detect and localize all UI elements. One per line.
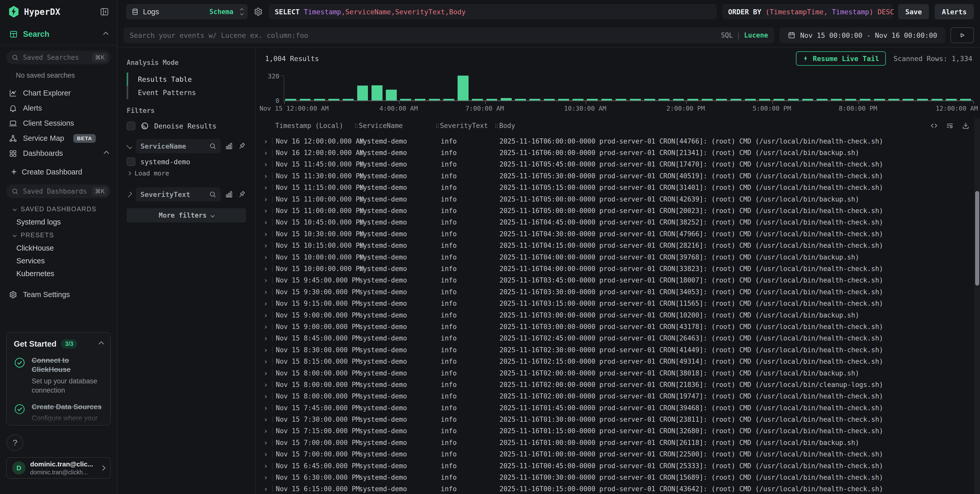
event-search-input[interactable]: Search your events w/ Lucene ex. column:… bbox=[124, 27, 774, 43]
sidebar-item-dashboards[interactable]: Dashboards bbox=[0, 146, 117, 161]
denoise-results-toggle[interactable]: Denoise Results bbox=[127, 121, 246, 130]
facet-chart-icon[interactable] bbox=[225, 142, 233, 150]
drag-handle-icon[interactable] bbox=[436, 124, 437, 124]
expand-row-icon[interactable]: › bbox=[264, 311, 272, 320]
table-row[interactable]: › Nov 15 7:45:00.000 PM systemd-demo inf… bbox=[256, 402, 974, 414]
table-row[interactable]: › Nov 15 7:30:00.000 PM systemd-demo inf… bbox=[256, 414, 974, 425]
run-query-button[interactable] bbox=[950, 27, 974, 43]
facet-servicename-search[interactable]: ServiceName bbox=[136, 139, 221, 153]
expand-row-icon[interactable]: › bbox=[264, 276, 272, 285]
expand-row-icon[interactable]: › bbox=[264, 288, 272, 296]
expand-row-icon[interactable]: › bbox=[264, 241, 272, 250]
table-row[interactable]: › Nov 15 9:45:00.000 PM systemd-demo inf… bbox=[256, 274, 974, 286]
expand-row-icon[interactable]: › bbox=[264, 380, 272, 389]
expand-row-icon[interactable]: › bbox=[264, 322, 272, 331]
expand-row-icon[interactable]: › bbox=[264, 265, 272, 273]
denoise-checkbox[interactable] bbox=[127, 121, 135, 130]
sidebar-dashboard-link[interactable]: Services bbox=[0, 254, 117, 267]
table-row[interactable]: › Nov 15 8:45:00.000 PM systemd-demo inf… bbox=[256, 333, 974, 344]
table-row[interactable]: › Nov 15 7:00:00.000 PM systemd-demo inf… bbox=[256, 449, 974, 460]
load-more-button[interactable]: Load more bbox=[127, 170, 246, 177]
collapse-sidebar-icon[interactable] bbox=[100, 7, 109, 17]
table-row[interactable]: › Nov 15 10:15:00.000 PM systemd-demo in… bbox=[256, 240, 974, 251]
drag-handle-icon[interactable] bbox=[355, 124, 356, 124]
date-range-picker[interactable]: Nov 15 00:00:00 - Nov 16 00:00:00 bbox=[779, 27, 945, 43]
expand-row-icon[interactable]: › bbox=[264, 195, 272, 204]
table-row[interactable]: › Nov 15 8:00:00.000 PM systemd-demo inf… bbox=[256, 367, 974, 379]
expand-row-icon[interactable]: › bbox=[264, 334, 272, 343]
expand-row-icon[interactable]: › bbox=[264, 299, 272, 308]
save-button[interactable]: Save bbox=[898, 4, 929, 19]
facet-value-systemd-demo[interactable]: systemd-demo bbox=[127, 157, 246, 166]
table-row[interactable]: › Nov 15 9:00:00.000 PM systemd-demo inf… bbox=[256, 321, 974, 332]
pin-icon[interactable] bbox=[237, 142, 246, 150]
sidebar-item-team-settings[interactable]: Team Settings bbox=[0, 287, 117, 302]
analysis-mode-tab-results-table[interactable]: Results Table bbox=[127, 73, 246, 86]
expand-row-icon[interactable]: › bbox=[264, 438, 272, 447]
expand-row-icon[interactable]: › bbox=[264, 218, 272, 226]
get-started-header[interactable]: Get Started 3/3 bbox=[14, 339, 103, 349]
facet-chart-icon[interactable] bbox=[225, 190, 233, 199]
expand-row-icon[interactable]: › bbox=[264, 473, 272, 482]
expand-row-icon[interactable]: › bbox=[264, 427, 272, 435]
select-clause-input[interactable]: SELECT Timestamp,ServiceName,SeverityTex… bbox=[269, 4, 717, 19]
chevron-up-icon[interactable] bbox=[99, 341, 104, 347]
analysis-mode-tab-event-patterns[interactable]: Event Patterns bbox=[127, 86, 246, 99]
expand-row-icon[interactable]: › bbox=[264, 346, 272, 354]
table-row[interactable]: › Nov 15 10:00:00.000 PM systemd-demo in… bbox=[256, 263, 974, 274]
sidebar-item-chart-explorer[interactable]: Chart Explorer bbox=[0, 86, 117, 100]
sidebar-item-alerts[interactable]: Alerts bbox=[0, 100, 117, 116]
chevron-down-icon[interactable] bbox=[126, 143, 132, 149]
sidebar-dashboard-link[interactable]: Systemd logs bbox=[0, 215, 117, 228]
scrollbar-thumb[interactable] bbox=[975, 191, 979, 285]
expand-row-icon[interactable]: › bbox=[264, 369, 272, 378]
sidebar-item-search[interactable]: Search bbox=[0, 24, 117, 45]
resume-live-tail-button[interactable]: Resume Live Tail bbox=[796, 51, 886, 65]
expand-row-icon[interactable]: › bbox=[264, 206, 272, 215]
saved-searches-input[interactable]: Saved Searches ⌘K bbox=[6, 51, 111, 64]
table-row[interactable]: › Nov 15 9:15:00.000 PM systemd-demo inf… bbox=[256, 298, 974, 309]
table-row[interactable]: › Nov 15 6:30:00.000 PM systemd-demo inf… bbox=[256, 472, 974, 483]
table-row[interactable]: › Nov 15 11:00:00.000 PM systemd-demo in… bbox=[256, 205, 974, 216]
dashboard-group-header[interactable]: PRESETS bbox=[0, 228, 117, 242]
table-row[interactable]: › Nov 15 11:45:00.000 PM systemd-demo in… bbox=[256, 159, 974, 170]
expand-row-icon[interactable]: › bbox=[264, 462, 272, 470]
table-row[interactable]: › Nov 15 9:30:00.000 PM systemd-demo inf… bbox=[256, 286, 974, 298]
expand-row-icon[interactable]: › bbox=[264, 148, 272, 157]
expand-row-icon[interactable]: › bbox=[264, 484, 272, 493]
sql-mode-option[interactable]: SQL bbox=[721, 32, 733, 39]
table-row[interactable]: › Nov 15 9:00:00.000 PM systemd-demo inf… bbox=[256, 309, 974, 321]
expand-row-icon[interactable]: › bbox=[264, 403, 272, 412]
more-filters-button[interactable]: More filters bbox=[127, 208, 246, 223]
table-row[interactable]: › Nov 15 6:45:00.000 PM systemd-demo inf… bbox=[256, 460, 974, 472]
expand-row-icon[interactable]: › bbox=[264, 392, 272, 400]
sidebar-item-service-map[interactable]: Service Map BETA bbox=[0, 131, 117, 146]
table-row[interactable]: › Nov 15 10:45:00.000 PM systemd-demo in… bbox=[256, 217, 974, 228]
facet-severitytext-search[interactable]: SeverityText bbox=[136, 187, 221, 202]
chevron-right-icon[interactable] bbox=[126, 191, 132, 197]
settings-gear-icon[interactable] bbox=[253, 7, 263, 17]
table-row[interactable]: › Nov 15 8:00:00.000 PM systemd-demo inf… bbox=[256, 379, 974, 390]
table-row[interactable]: › Nov 15 11:15:00.000 PM systemd-demo in… bbox=[256, 182, 974, 193]
create-dashboard-button[interactable]: + Create Dashboard bbox=[0, 164, 117, 179]
table-row[interactable]: › Nov 15 8:00:00.000 PM systemd-demo inf… bbox=[256, 390, 974, 402]
user-menu[interactable]: D dominic.tran@clic... dominic.tran@clic… bbox=[6, 457, 111, 479]
language-switch[interactable]: SQL | Lucene bbox=[721, 32, 768, 39]
scrollbar-track[interactable] bbox=[974, 118, 980, 494]
sidebar-dashboard-link[interactable]: Kubernetes bbox=[0, 267, 117, 280]
saved-dashboards-input[interactable]: Saved Dashboards ⌘K bbox=[6, 185, 111, 198]
column-header-severitytext[interactable]: SeverityText bbox=[436, 122, 495, 129]
table-row[interactable]: › Nov 15 11:00:00.000 PM systemd-demo in… bbox=[256, 193, 974, 205]
source-select[interactable]: Logs Schema bbox=[126, 4, 248, 19]
expand-row-icon[interactable]: › bbox=[264, 357, 272, 366]
download-icon[interactable] bbox=[962, 121, 970, 130]
column-header-servicename[interactable]: ServiceName bbox=[355, 122, 436, 129]
expand-row-icon[interactable]: › bbox=[264, 160, 272, 169]
table-row[interactable]: › Nov 15 10:30:00.000 PM systemd-demo in… bbox=[256, 228, 974, 240]
expand-row-icon[interactable]: › bbox=[264, 253, 272, 261]
table-row[interactable]: › Nov 15 6:15:00.000 PM systemd-demo inf… bbox=[256, 483, 974, 494]
order-by-input[interactable]: ORDER BY (TimestampTime, Timestamp) DESC bbox=[722, 4, 892, 19]
column-header-timestamp[interactable]: Timestamp (Local) bbox=[275, 122, 355, 129]
help-button[interactable]: ? bbox=[6, 434, 24, 451]
expand-row-icon[interactable]: › bbox=[264, 415, 272, 424]
